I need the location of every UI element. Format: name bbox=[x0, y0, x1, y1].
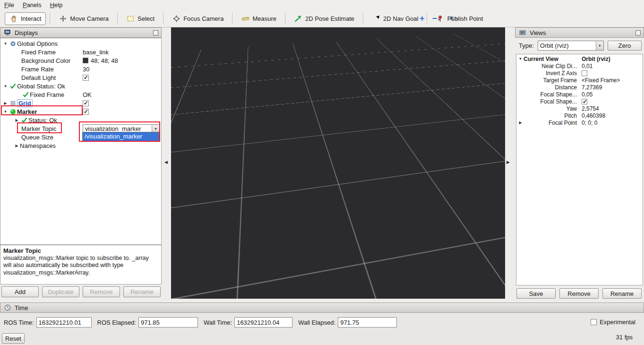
views-row-yaw[interactable]: Yaw2,5754 bbox=[516, 105, 643, 112]
views-row-invert-z-axis[interactable]: Invert Z Axis bbox=[516, 69, 643, 77]
ros-elapsed-input[interactable] bbox=[138, 317, 198, 328]
ros-time-input[interactable] bbox=[36, 317, 92, 328]
displays-row-fixed-frame[interactable]: Fixed Framebase_link bbox=[0, 48, 161, 56]
wall-elapsed-input[interactable] bbox=[338, 317, 397, 328]
camera-view-button[interactable]: ▾ bbox=[447, 15, 458, 22]
views-row-near-clip-di[interactable]: Near Clip Di...0,01 bbox=[516, 62, 643, 69]
experimental-checkbox-row[interactable]: Experimental bbox=[591, 319, 635, 326]
view-property-value-cell: Orbit (rviz) bbox=[580, 55, 643, 62]
panel-float-button[interactable] bbox=[635, 30, 641, 35]
property-value: OK bbox=[83, 91, 92, 98]
expander-right-icon[interactable]: ▶ bbox=[14, 118, 20, 122]
views-row-pitch[interactable]: Pitch0,460398 bbox=[516, 112, 643, 119]
property-value-cell: OK bbox=[81, 90, 161, 99]
displays-row-background-color[interactable]: Background Color48; 48; 48 bbox=[0, 56, 161, 65]
expander-right-icon[interactable]: ▶ bbox=[2, 101, 9, 105]
views-panel-titlebar[interactable]: Views bbox=[515, 27, 644, 38]
displays-panel-titlebar[interactable]: Displays bbox=[0, 27, 162, 38]
rename-view-button[interactable]: Rename bbox=[602, 288, 642, 299]
check-icon bbox=[9, 83, 17, 89]
view-type-row: Type: Orbit (rviz) ▾ Zero bbox=[515, 40, 644, 51]
wall-time-input[interactable] bbox=[234, 317, 292, 328]
zero-button[interactable]: Zero bbox=[608, 41, 642, 51]
views-icon bbox=[518, 30, 527, 35]
3d-viewport[interactable] bbox=[171, 27, 505, 299]
gear-icon bbox=[9, 41, 17, 47]
combobox-arrow-icon[interactable]: ▾ bbox=[152, 125, 159, 132]
zoom-out-button[interactable]: −▾ bbox=[432, 14, 440, 23]
views-row-distance[interactable]: Distance7,27369 bbox=[516, 84, 643, 91]
property-name-cell: ▶Status: Ok bbox=[0, 116, 81, 124]
property-name-cell: Frame Rate bbox=[0, 65, 81, 73]
view-property-checkbox[interactable] bbox=[582, 70, 587, 76]
displays-row-frame-rate[interactable]: Frame Rate30 bbox=[0, 65, 161, 73]
tool-measure[interactable]: Measure bbox=[236, 12, 281, 25]
toolbar-separator bbox=[232, 13, 232, 24]
expander-down-icon[interactable]: ▼ bbox=[2, 110, 9, 114]
views-row-focal-shape[interactable]: Focal Shape... bbox=[516, 98, 643, 105]
property-checkbox[interactable] bbox=[83, 109, 89, 115]
view-type-combobox[interactable]: Orbit (rviz) ▾ bbox=[538, 41, 604, 51]
displays-row-fixed-frame[interactable]: Fixed FrameOK bbox=[0, 90, 161, 99]
wall-time-label: Wall Time: bbox=[204, 319, 232, 326]
view-property-checkbox[interactable] bbox=[582, 99, 587, 104]
menu-item-panels[interactable]: Panels bbox=[18, 0, 46, 9]
reset-button[interactable]: Reset bbox=[2, 333, 25, 344]
views-row-focal-shape[interactable]: Focal Shape...0,05 bbox=[516, 91, 643, 98]
view-property-value: 0,05 bbox=[582, 91, 592, 98]
tool-interact[interactable]: Interact bbox=[5, 12, 46, 25]
experimental-checkbox[interactable] bbox=[591, 319, 597, 325]
views-row-focal-point[interactable]: ▶Focal Point0; 0; 0 bbox=[516, 119, 643, 126]
property-label: Queue Size bbox=[21, 134, 53, 141]
ros-time-label: ROS Time: bbox=[4, 319, 34, 326]
property-name-cell: ▶Grid bbox=[0, 99, 81, 107]
menu-item-file[interactable]: File bbox=[0, 0, 18, 9]
displays-buttons: AddDuplicateRemoveRename bbox=[1, 286, 161, 297]
views-row-target-frame[interactable]: Target Frame<Fixed Frame> bbox=[516, 77, 643, 84]
chevron-down-icon: ▾ bbox=[438, 18, 440, 23]
expander-down-icon[interactable]: ▼ bbox=[517, 57, 524, 61]
expander-down-icon[interactable]: ▼ bbox=[2, 84, 9, 88]
time-panel-titlebar[interactable]: Time bbox=[0, 302, 644, 313]
ros-elapsed-label: ROS Elapsed: bbox=[97, 319, 136, 326]
add-button[interactable]: Add bbox=[1, 286, 39, 297]
save-view-button[interactable]: Save bbox=[516, 288, 556, 299]
views-row-current-view[interactable]: ▼Current ViewOrbit (rviz) bbox=[516, 55, 643, 62]
menu-item-help[interactable]: Help bbox=[46, 0, 67, 9]
view-property-value: 0; 0; 0 bbox=[582, 120, 597, 126]
displays-row-default-light[interactable]: Default Light bbox=[0, 73, 161, 82]
displays-row-global-options[interactable]: ▼Global Options bbox=[0, 39, 161, 48]
displays-row-global-status-ok[interactable]: ▼Global Status: Ok bbox=[0, 82, 161, 90]
displays-row-grid[interactable]: ▶Grid bbox=[0, 99, 161, 107]
property-checkbox[interactable] bbox=[83, 100, 89, 106]
view-property-label: Near Clip Di... bbox=[541, 63, 577, 69]
displays-row-status-ok[interactable]: ▶Status: Ok bbox=[0, 116, 161, 124]
property-label: Fixed Frame bbox=[21, 49, 56, 56]
dropdown-item-visualization-marker[interactable]: /visualization_marker bbox=[83, 132, 159, 141]
collapse-right-arrow[interactable]: ▶ bbox=[507, 160, 510, 164]
property-name-cell: Background Color bbox=[0, 56, 81, 65]
property-checkbox[interactable] bbox=[83, 75, 89, 81]
view-property-value: 0,01 bbox=[582, 63, 592, 69]
panel-float-button[interactable] bbox=[153, 30, 158, 35]
displays-row-namespaces[interactable]: ▶Namespaces bbox=[0, 141, 161, 150]
tool-move-camera[interactable]: Move Camera bbox=[54, 12, 113, 25]
tool-select[interactable]: Select bbox=[121, 12, 159, 25]
tool-focus-camera[interactable]: Focus Camera bbox=[167, 12, 228, 25]
view-property-name-cell: Focal Shape... bbox=[516, 91, 580, 98]
displays-row-marker[interactable]: ▼Marker bbox=[0, 107, 161, 116]
zoom-in-button[interactable]: + bbox=[420, 14, 425, 23]
tool-label: Interact bbox=[21, 15, 41, 22]
tool-2d-nav-goal[interactable]: 2D Nav Goal bbox=[367, 12, 423, 25]
remove-view-button[interactable]: Remove bbox=[559, 288, 599, 299]
collapse-left-arrow[interactable]: ◀ bbox=[164, 160, 168, 164]
combobox-arrow-icon: ▾ bbox=[596, 41, 603, 50]
expander-down-icon[interactable]: ▼ bbox=[2, 42, 9, 46]
wall-elapsed-label: Wall Elapsed: bbox=[298, 319, 335, 326]
view-property-label: Yaw bbox=[567, 105, 577, 112]
expander-right-icon[interactable]: ▶ bbox=[517, 121, 524, 125]
tool-2d-pose-estimate[interactable]: 2D Pose Estimate bbox=[289, 12, 359, 25]
view-property-name-cell: Near Clip Di... bbox=[516, 62, 580, 69]
expander-right-icon[interactable]: ▶ bbox=[14, 144, 20, 148]
view-property-name-cell: Pitch bbox=[516, 112, 580, 119]
